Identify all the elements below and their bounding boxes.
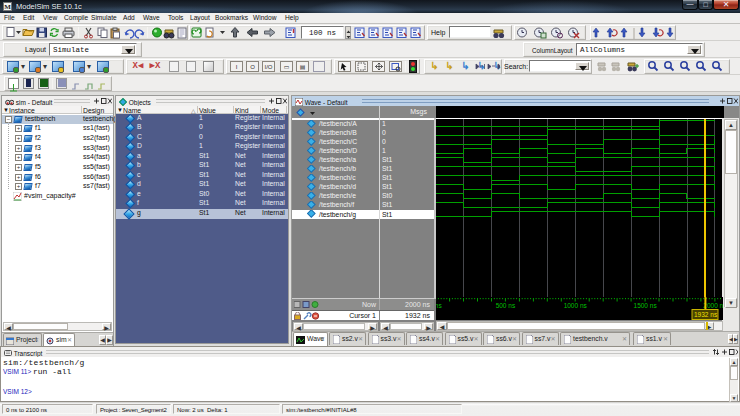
svg-text:0 ns: 0 ns <box>436 302 442 309</box>
svg-text:1932 ns: 1932 ns <box>694 311 718 318</box>
svg-text:1500 ns: 1500 ns <box>634 302 658 309</box>
svg-text:500 ns: 500 ns <box>496 302 516 309</box>
svg-text:1000 ns: 1000 ns <box>564 302 588 309</box>
